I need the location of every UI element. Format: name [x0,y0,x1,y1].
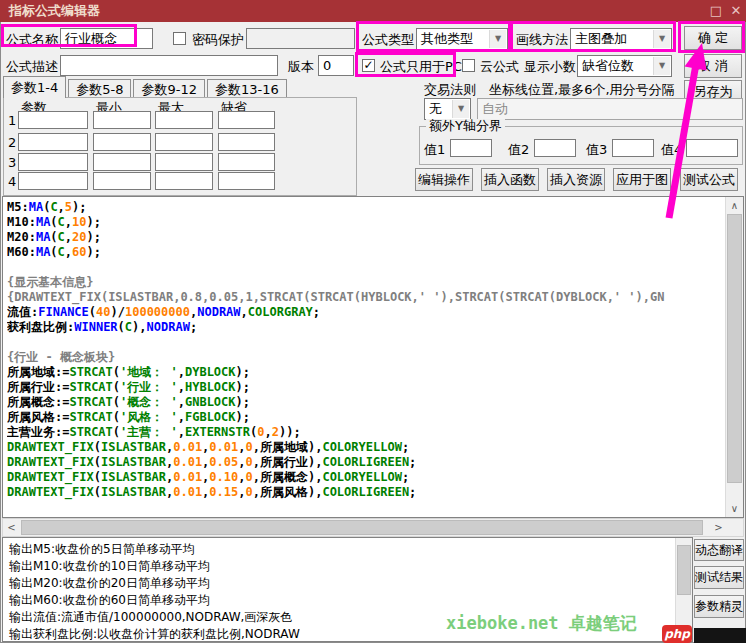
param-input-r2c2[interactable] [93,133,151,151]
trade-rule-label: 交易法则 [424,81,476,99]
output-vscroll-thumb[interactable] [677,545,691,595]
chevron-down-icon[interactable]: ▼ [653,30,670,48]
checkmark-icon: ✓ [363,58,373,72]
output-line-2: 输出M10:收盘价的10日简单移动平均 [9,558,300,575]
php-logo: php [662,625,692,643]
param-input-r1c3[interactable] [155,111,213,129]
param-input-r4c4[interactable] [218,172,275,190]
param-input-r1c4[interactable] [218,111,275,129]
ok-button[interactable]: 确 定 [684,26,742,50]
chevron-down-icon[interactable]: ▼ [653,57,670,75]
code-line-16: 主营业务:=STRCAT('主营： ',EXTERNSTR(0,2)); [7,425,725,440]
version-input[interactable]: 0 [318,55,354,76]
y-value-input-4[interactable] [686,139,738,157]
param-row-label-1: 1 [8,113,16,128]
edit-ops-button[interactable]: 编辑操作 [415,168,473,191]
formula-type-label: 公式类型 [362,31,414,49]
tab-param-2[interactable]: 参数5-8 [68,79,131,98]
editor-vscrollbar[interactable]: ∧ ∨ [725,197,743,517]
y-value-input-2[interactable] [534,139,576,157]
code-line-14: 所属概念:=STRCAT('概念： ',GNBLOCK); [7,395,725,410]
scroll-left-icon[interactable]: < [3,519,20,536]
output-line-6: 输出获利盘比例:以收盘价计算的获利盘比例,NODRAW [9,626,300,642]
y-value-label-1: 值1 [424,141,445,159]
param-input-r2c4[interactable] [218,133,275,151]
password-input[interactable] [246,28,355,49]
y-value-input-1[interactable] [450,139,492,157]
coord-hint-label: 坐标线位置,最多6个,用分号分隔 [489,81,675,99]
close-icon[interactable]: ✕ [727,2,745,19]
code-line-5 [7,260,725,275]
output-text: 输出M5:收盘价的5日简单移动平均输出M10:收盘价的10日简单移动平均输出M2… [9,541,300,642]
pc-only-checkbox[interactable]: ✓ [362,59,375,72]
test-formula-button[interactable]: 测试公式 [680,168,738,191]
code-line-11: {行业 - 概念板块} [7,350,725,365]
param-row-label-4: 4 [8,174,16,189]
password-protect-checkbox[interactable] [173,32,186,45]
cloud-formula-checkbox[interactable] [462,59,475,72]
editor-hscrollbar[interactable]: < > [2,518,744,537]
code-line-10 [7,335,725,350]
param-input-r2c3[interactable] [155,133,213,151]
param-input-r2c1[interactable] [18,133,88,151]
show-decimals-label: 显示小数 [524,58,576,76]
tab-param-3[interactable]: 参数9-12 [133,79,205,98]
chevron-down-icon[interactable]: ▼ [452,100,469,118]
cloud-formula-label: 云公式 [480,58,519,76]
coord-position-input[interactable]: 自动 [477,98,743,120]
trade-rule-dropdown[interactable]: 无 ▼ [424,98,471,120]
code-line-6: {显示基本信息} [7,275,725,290]
y-value-label-2: 值2 [508,141,529,159]
trade-rule-value: 无 [429,100,442,118]
insert-function-button[interactable]: 插入函数 [481,168,539,191]
editor-vscroll-thumb[interactable] [727,214,742,483]
scroll-down-icon[interactable]: ∨ [726,500,743,517]
formula-type-dropdown[interactable]: 其他类型 ▼ [416,28,508,50]
param-wizard-button[interactable]: 参数精灵 [694,595,744,618]
line-method-dropdown[interactable]: 主图叠加 ▼ [570,28,672,50]
decimals-value: 缺省位数 [582,57,634,75]
dynamic-translate-button[interactable]: 动态翻译 [694,539,744,561]
scroll-up-icon[interactable]: ∧ [726,197,743,214]
code-line-8: 流值:FINANCE(40)/100000000,NODRAW,COLORGRA… [7,305,725,320]
code-line-9: 获利盘比例:WINNER(C),NODRAW; [7,320,725,335]
maximize-icon[interactable]: □ [707,2,725,19]
cancel-button[interactable]: 取 消 [684,54,742,78]
editor-hscroll-thumb[interactable] [21,520,703,535]
line-method-label: 画线方法 [516,31,568,49]
param-input-r3c4[interactable] [218,153,275,171]
param-input-r4c1[interactable] [18,172,88,190]
code-line-13: 所属行业:=STRCAT('行业： ',HYBLOCK); [7,380,725,395]
decimals-dropdown[interactable]: 缺省位数 ▼ [577,55,672,77]
test-result-button[interactable]: 测试结果 [694,566,744,589]
param-input-r3c2[interactable] [93,153,151,171]
y-value-input-3[interactable] [612,139,654,157]
param-input-r4c3[interactable] [155,172,213,190]
scroll-right-icon[interactable]: > [710,519,727,536]
code-line-3: M20:MA(C,20); [7,230,725,245]
apply-to-chart-button[interactable]: 应用于图 [613,168,671,191]
code-line-7: {DRAWTEXT_FIX(ISLASTBAR,0.8,0.05,1,STRCA… [7,290,725,305]
param-input-r3c1[interactable] [18,153,88,171]
param-input-r1c2[interactable] [93,111,151,129]
param-input-r3c3[interactable] [155,153,213,171]
formula-desc-input[interactable] [60,55,278,76]
pc-only-label: 公式只用于PC [380,58,462,76]
param-input-r1c1[interactable] [18,111,88,129]
code-text[interactable]: M5:MA(C,5);M10:MA(C,10);M20:MA(C,20);M60… [7,200,725,517]
code-line-2: M10:MA(C,10); [7,215,725,230]
param-input-r4c2[interactable] [93,172,151,190]
chevron-down-icon[interactable]: ▼ [489,30,506,48]
code-editor[interactable]: M5:MA(C,5);M10:MA(C,10);M20:MA(C,20);M60… [2,196,744,518]
insert-resource-button[interactable]: 插入资源 [547,168,605,191]
output-line-3: 输出M20:收盘价的20日简单移动平均 [9,575,300,592]
tab-param-4[interactable]: 参数13-16 [207,79,287,98]
output-line-1: 输出M5:收盘价的5日简单移动平均 [9,541,300,558]
title-bar[interactable]: 指标公式编辑器 [0,0,746,22]
output-line-5: 输出流值:流通市值/100000000,NODRAW,画深灰色 [9,609,300,626]
extra-y-label: 额外Y轴分界 [426,119,505,132]
formula-name-input[interactable]: 行业概念 [60,28,153,49]
code-line-4: M60:MA(C,60); [7,245,725,260]
param-tabs: 参数1-4参数5-8参数9-12参数13-16 [3,77,289,98]
tab-param-1[interactable]: 参数1-4 [3,76,66,98]
